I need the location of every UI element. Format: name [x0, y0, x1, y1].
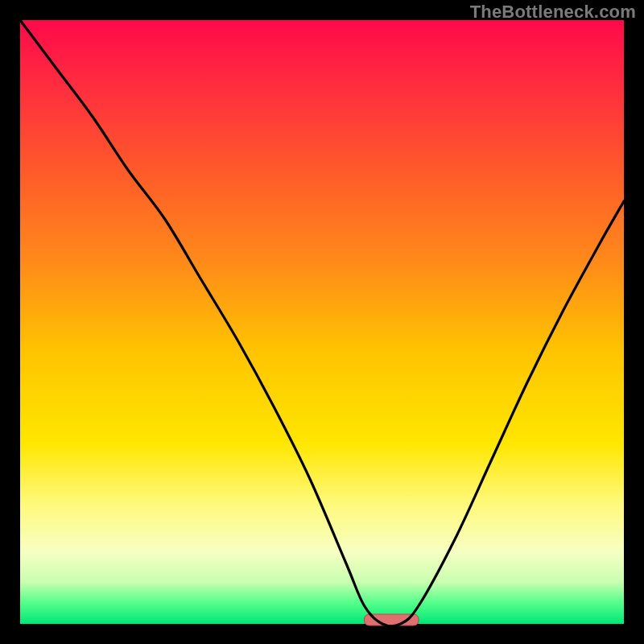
- watermark-text: TheBottleneck.com: [470, 2, 636, 23]
- plot-background: [20, 20, 624, 624]
- chart-frame: { "watermark": "TheBottleneck.com", "cha…: [0, 0, 644, 644]
- bottleneck-chart: [0, 0, 644, 644]
